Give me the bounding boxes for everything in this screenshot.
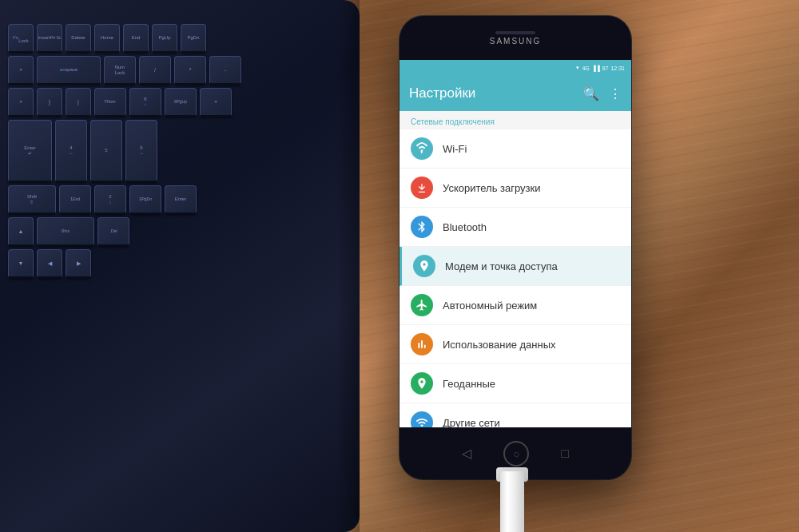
phone-speaker	[495, 31, 535, 34]
key-5[interactable]: 5	[90, 120, 122, 182]
location-label: Геоданные	[443, 378, 495, 390]
key-dot[interactable]: .Del	[97, 217, 129, 246]
app-bar: Настройки 🔍 ⋮	[400, 76, 631, 111]
key-row-arrows: ▼ ◀ ▶	[8, 249, 352, 278]
settings-item-bluetooth[interactable]: Bluetooth	[400, 208, 631, 247]
key-minus[interactable]: -	[209, 56, 241, 85]
key-div[interactable]: /	[139, 56, 171, 85]
status-4g: 4G	[582, 66, 589, 71]
home-icon: ○	[513, 447, 519, 460]
network-label: Другие сети	[443, 417, 500, 428]
key-numplus[interactable]: +	[200, 88, 232, 117]
back-button[interactable]: ◁	[462, 446, 471, 461]
settings-item-location[interactable]: Геоданные	[400, 364, 631, 403]
settings-item-hotspot[interactable]: Модем и точка доступа	[400, 247, 631, 286]
hotspot-label: Модем и точка доступа	[445, 260, 558, 272]
laptop-shadow	[336, 0, 360, 532]
bluetooth-icon	[411, 216, 433, 238]
keyboard: FnLock InsertPrt Sc Delete Home End PgUp…	[8, 24, 352, 500]
key-row-3: + } | 7Hom- 8↑ 9PgUp +	[8, 88, 352, 117]
section-label: Сетевые подключения	[400, 111, 631, 129]
location-icon	[411, 372, 433, 395]
laptop: FnLock InsertPrt Sc Delete Home End PgUp…	[0, 0, 360, 532]
key-7[interactable]: 7Hom-	[94, 88, 126, 117]
hotspot-icon	[413, 255, 435, 277]
bluetooth-label: Bluetooth	[443, 221, 487, 233]
data-label: Использование данных	[443, 339, 556, 351]
key-right[interactable]: ▶	[66, 249, 91, 278]
settings-content: Сетевые подключения Wi-Fi Ускоритель заг…	[400, 111, 631, 427]
key-8[interactable]: 8↑	[129, 88, 161, 117]
status-bar-icons: ▾ 4G ▐▐ 87 12:31	[576, 65, 625, 71]
key-1[interactable]: 1End	[59, 185, 91, 214]
key-down[interactable]: ▼	[8, 249, 34, 278]
app-bar-title: Настройки	[409, 85, 475, 101]
key-up[interactable]: ▲	[8, 217, 34, 246]
key-3[interactable]: 3PgDn	[129, 185, 161, 214]
key-insert[interactable]: InsertPrt Sc	[37, 24, 62, 53]
usb-cable	[500, 471, 524, 532]
key-shift[interactable]: Shift⇧	[8, 185, 56, 214]
menu-button[interactable]: ⋮	[609, 86, 622, 101]
status-wifi-icon: ▾	[576, 65, 579, 71]
phone-device: SAMSUNG ▾ 4G ▐▐ 87 12:31 Настройки 🔍 ⋮ С…	[400, 16, 631, 479]
key-row-4: Enter↵ 4← 5 6→	[8, 120, 352, 182]
wifi-label: Wi-Fi	[443, 143, 467, 155]
download-icon	[411, 177, 433, 199]
data-icon	[411, 333, 433, 355]
key-pgdn[interactable]: PgDn	[181, 24, 206, 53]
status-time: 12:31	[610, 66, 625, 71]
phone-screen: ▾ 4G ▐▐ 87 12:31 Настройки 🔍 ⋮ Сетевые п…	[400, 60, 631, 427]
key-row-6: ▲ 0Ins .Del	[8, 217, 352, 246]
phone-top-bezel: SAMSUNG	[400, 16, 631, 60]
key-delete[interactable]: Delete	[66, 24, 91, 53]
app-bar-icons: 🔍 ⋮	[583, 86, 622, 101]
samsung-logo: SAMSUNG	[490, 37, 542, 46]
settings-item-data[interactable]: Использование данных	[400, 325, 631, 364]
key-6[interactable]: 6→	[125, 120, 157, 182]
key-pipe[interactable]: |	[66, 88, 91, 117]
settings-item-airplane[interactable]: Автономный режим	[400, 286, 631, 325]
key-pgup[interactable]: PgUp	[152, 24, 177, 53]
network-icon	[411, 411, 433, 427]
key-plus2[interactable]: +	[8, 88, 34, 117]
key-row-2: + ac space NumLock / * -	[8, 56, 352, 85]
recent-button[interactable]: □	[561, 447, 569, 461]
key-numlock[interactable]: NumLock	[104, 56, 136, 85]
key-row-5: Shift⇧ 1End 2↓ 3PgDn Enter	[8, 185, 352, 214]
settings-item-download[interactable]: Ускоритель загрузки	[400, 169, 631, 208]
status-battery: 87	[602, 66, 609, 71]
key-left[interactable]: ◀	[37, 249, 62, 278]
key-rbrace[interactable]: }	[37, 88, 62, 117]
settings-item-network[interactable]: Другие сети	[400, 403, 631, 427]
key-fn-lock[interactable]: FnLock	[8, 24, 34, 53]
key-enter2[interactable]: Enter	[165, 185, 197, 214]
key-plus1[interactable]: +	[8, 56, 34, 85]
key-home[interactable]: Home	[94, 24, 120, 53]
status-bar: ▾ 4G ▐▐ 87 12:31	[400, 60, 631, 76]
home-button[interactable]: ○	[503, 441, 529, 466]
status-signal: ▐▐	[592, 66, 600, 71]
settings-item-wifi[interactable]: Wi-Fi	[400, 129, 631, 169]
wifi-icon	[411, 137, 433, 160]
key-mul[interactable]: *	[174, 56, 206, 85]
search-button[interactable]: 🔍	[583, 86, 599, 101]
key-0[interactable]: 0Ins	[37, 217, 94, 246]
key-9[interactable]: 9PgUp	[165, 88, 197, 117]
airplane-icon	[411, 294, 433, 316]
key-ac-space[interactable]: ac space	[37, 56, 101, 85]
key-4[interactable]: 4←	[55, 120, 87, 182]
download-label: Ускоритель загрузки	[443, 182, 540, 194]
key-2[interactable]: 2↓	[94, 185, 126, 214]
key-row-1: FnLock InsertPrt Sc Delete Home End PgUp…	[8, 24, 352, 53]
airplane-label: Автономный режим	[443, 300, 537, 312]
key-enter1[interactable]: Enter↵	[8, 120, 52, 182]
key-end[interactable]: End	[123, 24, 149, 53]
